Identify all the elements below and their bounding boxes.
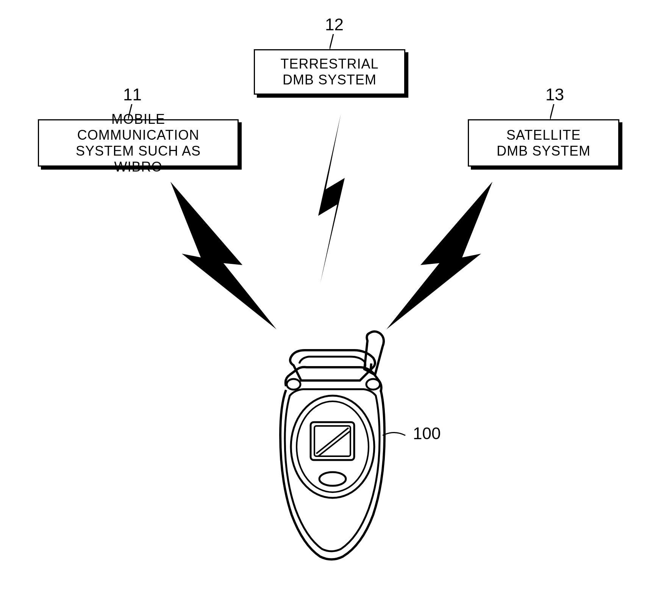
network-diagram: 12 TERRESTRIAL DMB SYSTEM 11 MOBILE COMM… bbox=[0, 0, 672, 616]
mobile-comm-box: MOBILE COMMUNICATION SYSTEM SUCH AS WIBR… bbox=[38, 119, 239, 167]
svg-point-2 bbox=[366, 379, 380, 390]
signal-bolt-right bbox=[386, 182, 511, 329]
satellite-dmb-box: SATELLITE DMB SYSTEM bbox=[468, 119, 619, 167]
terrestrial-dmb-box: TERRESTRIAL DMB SYSTEM bbox=[254, 49, 405, 95]
svg-line-7 bbox=[316, 428, 349, 454]
svg-point-9 bbox=[319, 472, 346, 486]
mobile-phone-icon bbox=[265, 329, 405, 564]
signal-bolt-left bbox=[152, 182, 277, 329]
svg-line-8 bbox=[318, 431, 350, 456]
ref-label-phone: 100 bbox=[413, 424, 441, 443]
mobile-comm-label: MOBILE COMMUNICATION SYSTEM SUCH AS WIBR… bbox=[50, 111, 226, 175]
svg-point-3 bbox=[291, 396, 374, 498]
svg-point-1 bbox=[287, 379, 300, 390]
terrestrial-dmb-label: TERRESTRIAL DMB SYSTEM bbox=[280, 56, 378, 88]
satellite-dmb-label: SATELLITE DMB SYSTEM bbox=[497, 127, 591, 159]
ref-label-left: 11 bbox=[123, 85, 142, 104]
leader-line-phone bbox=[383, 430, 409, 441]
signal-bolt-center bbox=[307, 114, 364, 284]
ref-label-center: 12 bbox=[325, 15, 344, 34]
ref-label-right: 13 bbox=[545, 85, 564, 104]
svg-point-4 bbox=[297, 401, 369, 492]
